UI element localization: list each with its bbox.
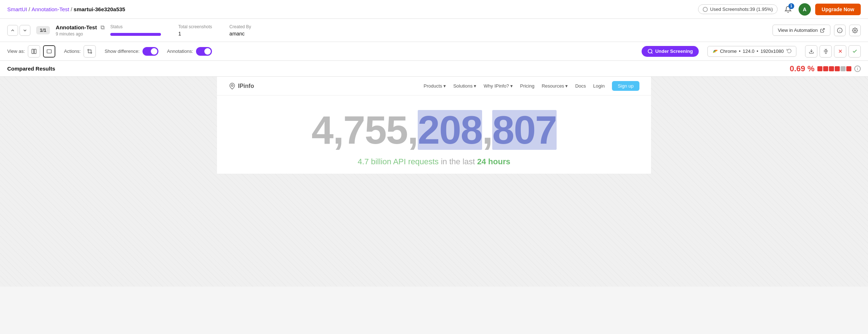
download-icon [809,48,814,54]
build-info-row: 1/1 Annotation-Test ⧉ 9 minutes ago Stat… [0,19,868,42]
subtitle-part1: 4.7 billion API requests [358,157,439,166]
approve-button[interactable] [848,45,861,58]
crop-action-button[interactable] [84,45,96,58]
ipinfo-nav-links: Products ▾ Solutions ▾ Why IPinfo? ▾ Pri… [424,81,639,91]
view-as-label: View as: [7,48,25,54]
created-by-item: Created By amanc [229,24,251,37]
reject-button[interactable] [834,45,846,58]
prev-build-button[interactable] [7,25,18,36]
diff-bar-2 [823,66,828,71]
ipinfo-logo: IPinfo [229,83,254,90]
chevron-up-icon [10,28,15,33]
subtitle-part3: 24 hours [477,157,510,166]
annotations-label: Annotations: [167,48,193,54]
build-right: View in Automation [773,25,861,36]
svg-rect-7 [47,50,51,53]
svg-point-8 [648,49,652,53]
nav-right: Used Screenshots:39 (1.95%) 1 A Upgrade … [698,3,861,16]
gear-icon [852,28,858,33]
toolbar-actions [805,45,861,58]
status-item: Status [110,24,161,36]
chevron-down-icon [22,28,27,33]
bug-report-button[interactable] [820,45,832,58]
settings-button[interactable] [849,25,861,36]
copy-build-button[interactable]: ⧉ [101,24,105,31]
breadcrumb-smartui[interactable]: SmartUI [7,6,27,12]
show-difference-label: Show difference: [105,48,140,54]
notification-button[interactable]: 1 [782,3,794,16]
top-navigation: SmartUI / Annotation-Test / smartui-36e3… [0,0,868,19]
breadcrumb: SmartUI / Annotation-Test / smartui-36e3… [7,6,125,12]
show-difference-toggle[interactable] [142,47,158,56]
next-build-button[interactable] [20,25,30,36]
annotations-toggle[interactable] [196,47,212,56]
diff-bars [817,66,851,71]
refresh-icon [787,48,792,53]
check-icon [852,48,858,54]
browser-version: 124.0 [743,48,755,54]
upgrade-button[interactable]: Upgrade Now [815,4,861,15]
breadcrumb-sep2: / [71,6,72,12]
screenshot-area: IPinfo Products ▾ Solutions ▾ Why IPinfo… [0,77,868,287]
full-view-icon [46,48,52,54]
ipinfo-subtitle: 4.7 billion API requests in the last 24 … [229,157,639,166]
screenshots-usage: Used Screenshots:39 (1.95%) [698,4,777,14]
diff-bar-3 [829,66,834,71]
results-row: Compared Results 0.69 % i [0,61,868,77]
breadcrumb-project[interactable]: Annotation-Test [31,6,69,12]
nav-arrows [7,25,30,36]
build-name: Annotation-Test [56,24,97,30]
nav-products: Products ▾ [424,83,446,89]
usage-text: Used Screenshots:39 (1.95%) [710,7,773,12]
view-full-button[interactable] [43,45,55,58]
nav-pricing: Pricing [520,83,535,89]
view-automation-label: View in Automation [778,28,818,33]
search-icon [647,48,653,54]
ipinfo-logo-icon [229,83,236,90]
diff-bar-6 [846,66,851,71]
svg-line-0 [822,28,824,30]
build-left: 1/1 Annotation-Test ⧉ 9 minutes ago Stat… [7,24,251,37]
time-ago: 9 minutes ago [56,31,105,37]
nav-why-ipinfo: Why IPinfo? ▾ [484,83,513,89]
browser-dot2: • [757,48,758,54]
build-meta: Status Total screenshots 1 Created By am… [110,24,251,37]
breadcrumb-sep1: / [29,6,30,12]
subtitle-part2: in the last [441,157,477,166]
browser-resolution: 1920x1080 [761,48,784,54]
total-screenshots-label: Total screenshots [178,24,212,29]
view-split-button[interactable] [28,45,40,58]
usage-icon [703,7,708,12]
diff-bar-4 [835,66,840,71]
big-number-comma: , [482,107,493,152]
big-number: 4,755,208,807 [311,110,556,150]
toolbar: View as: Actions: Show difference: Annot… [0,42,868,61]
ipinfo-navbar: IPinfo Products ▾ Solutions ▾ Why IPinfo… [217,77,651,96]
under-screening-button[interactable]: Under Screening [642,46,699,57]
actions-label: Actions: [64,48,81,54]
screening-label: Under Screening [655,48,693,54]
show-difference-group: Show difference: [105,47,158,56]
diff-info-button[interactable]: i [854,65,861,72]
annotations-group: Annotations: [167,47,212,56]
svg-point-4 [854,30,856,31]
avatar-button[interactable]: A [799,3,811,16]
screenshot-content: IPinfo Products ▾ Solutions ▾ Why IPinfo… [217,77,651,174]
info-button[interactable] [834,25,846,36]
svg-line-9 [651,52,652,54]
info-icon [837,28,843,33]
ipinfo-logo-text: IPinfo [238,83,254,89]
view-automation-button[interactable]: View in Automation [773,25,830,36]
big-number-static: 4,755, [311,107,418,152]
page-counter: 1/1 [36,26,50,34]
nav-login: Login [593,83,605,89]
browser-info: Chrome • 124.0 • 1920x1080 [707,46,796,57]
crop-icon [87,48,93,54]
svg-rect-5 [32,49,34,54]
ipinfo-signup-button[interactable]: Sign up [612,81,639,91]
build-details: Annotation-Test ⧉ 9 minutes ago [56,24,105,37]
actions-group: Actions: [64,45,96,58]
download-button[interactable] [805,45,817,58]
refresh-resolution-button[interactable] [786,48,792,54]
split-view-icon [31,48,37,54]
